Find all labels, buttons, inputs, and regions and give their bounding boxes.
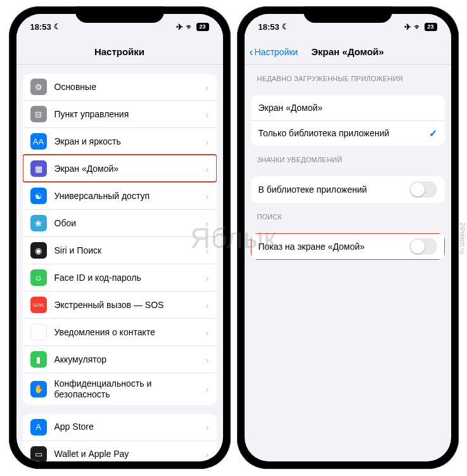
page-title: Настройки xyxy=(94,46,144,57)
wallet-apple-pay-icon: ▭ xyxy=(30,446,47,461)
settings-row-home-screen[interactable]: ▦Экран «Домой»› xyxy=(23,155,217,182)
row-app-library-only[interactable]: Только библиотека приложений✓ xyxy=(251,120,445,146)
settings-row-faceid-passcode[interactable]: ☺Face ID и код-пароль› xyxy=(23,264,217,291)
navbar-settings: Настройки xyxy=(16,39,223,65)
row-label: Аккумулятор xyxy=(54,354,206,365)
toggle-knob xyxy=(411,183,425,196)
row-label: Только библиотека приложений xyxy=(259,128,429,139)
wifi-icon: ᯤ xyxy=(414,22,422,32)
row-add-to-home-screen[interactable]: Экран «Домой» xyxy=(251,95,445,120)
wifi-icon: ᯤ xyxy=(186,22,194,32)
settings-row-siri-search[interactable]: ◉Siri и Поиск› xyxy=(23,236,217,264)
chevron-left-icon: ‹ xyxy=(250,46,253,58)
home-screen-settings[interactable]: НЕДАВНО ЗАГРУЖЕННЫЕ ПРИЛОЖЕНИЯЭкран «Дом… xyxy=(245,65,451,461)
chevron-right-icon: › xyxy=(206,109,209,120)
battery-icon: ▮ xyxy=(30,351,47,368)
row-show-in-app-library[interactable]: В библиотеке приложений xyxy=(251,176,445,203)
chevron-right-icon: › xyxy=(206,82,209,93)
row-label: Конфиденциальность и безопасность xyxy=(54,378,206,400)
phone-right: 18:53 ☾ ✈ ᯤ 23 ‹ Настройки Экран «Домой»… xyxy=(237,6,459,469)
row-label: Экран «Домой» xyxy=(259,103,437,113)
row-label: App Store xyxy=(54,421,206,432)
siri-search-icon: ◉ xyxy=(30,242,47,259)
screen-right: 18:53 ☾ ✈ ᯤ 23 ‹ Настройки Экран «Домой»… xyxy=(245,14,451,461)
emergency-sos-icon: SOS xyxy=(30,297,47,313)
row-label: Универсальный доступ xyxy=(54,191,206,202)
faceid-passcode-icon: ☺ xyxy=(30,269,47,286)
display-brightness-icon: AA xyxy=(30,133,47,150)
row-label: В библиотеке приложений xyxy=(259,184,409,195)
back-button[interactable]: ‹ Настройки xyxy=(250,46,298,58)
airplane-icon: ✈ xyxy=(176,22,183,32)
section-header: ПОИСК xyxy=(245,203,451,224)
chevron-right-icon: › xyxy=(206,218,209,229)
row-label: Face ID и код-пароль xyxy=(54,273,206,283)
settings-row-emergency-sos[interactable]: SOSЭкстренный вызов — SOS› xyxy=(23,291,217,318)
chevron-right-icon: › xyxy=(206,300,209,311)
privacy-security-icon: ✋ xyxy=(30,381,47,397)
chevron-right-icon: › xyxy=(206,421,209,432)
moon-icon: ☾ xyxy=(54,22,61,31)
home-screen-icon: ▦ xyxy=(30,160,47,177)
chevron-right-icon: › xyxy=(206,383,209,394)
row-label: Пункт управления xyxy=(54,109,206,120)
settings-row-battery[interactable]: ▮Аккумулятор› xyxy=(23,345,217,373)
settings-row-accessibility[interactable]: ☯Универсальный доступ› xyxy=(23,182,217,209)
notch xyxy=(75,6,164,23)
battery-icon: 23 xyxy=(425,23,437,31)
settings-row-display-brightness[interactable]: AAЭкран и яркость› xyxy=(23,127,217,155)
status-time: 18:53 xyxy=(30,22,51,32)
navbar-home-screen: ‹ Настройки Экран «Домой» xyxy=(245,39,451,65)
row-label: Экстренный вызов — SOS xyxy=(54,300,206,311)
chevron-right-icon: › xyxy=(206,164,209,174)
settings-list[interactable]: ⚙Основные›⊟Пункт управления›AAЭкран и яр… xyxy=(16,65,223,461)
section-header: НЕДАВНО ЗАГРУЖЕННЫЕ ПРИЛОЖЕНИЯ xyxy=(245,65,451,86)
chevron-right-icon: › xyxy=(206,191,209,202)
settings-row-app-store[interactable]: AApp Store› xyxy=(23,414,217,441)
chevron-right-icon: › xyxy=(206,327,209,338)
status-time: 18:53 xyxy=(259,22,279,32)
moon-icon: ☾ xyxy=(282,22,289,31)
section-header: ЗНАЧКИ УВЕДОМЛЕНИЙ xyxy=(245,146,451,167)
chevron-right-icon: › xyxy=(206,449,209,460)
settings-row-control-center[interactable]: ⊟Пункт управления› xyxy=(23,100,217,127)
check-icon: ✓ xyxy=(429,127,437,139)
chevron-right-icon: › xyxy=(206,136,209,147)
settings-row-privacy-security[interactable]: ✋Конфиденциальность и безопасность› xyxy=(23,373,217,405)
page-title: Экран «Домой» xyxy=(311,46,384,57)
row-show-on-home-screen[interactable]: Показ на экране «Домой» xyxy=(251,233,445,260)
row-label: Обои xyxy=(54,218,206,229)
sidemark: 24hitech.ru xyxy=(459,222,466,254)
phone-left: 18:53 ☾ ✈ ᯤ 23 Настройки ⚙Основные›⊟Пунк… xyxy=(9,6,231,469)
battery-icon: 23 xyxy=(196,23,209,31)
airplane-icon: ✈ xyxy=(404,22,411,32)
chevron-right-icon: › xyxy=(206,354,209,365)
row-label: Siri и Поиск xyxy=(54,245,206,256)
chevron-right-icon: › xyxy=(206,245,209,256)
general-icon: ⚙ xyxy=(30,79,47,95)
settings-row-exposure-notifications[interactable]: ✺Уведомления о контакте› xyxy=(23,318,217,345)
toggle-switch[interactable] xyxy=(409,238,437,255)
screen-left: 18:53 ☾ ✈ ᯤ 23 Настройки ⚙Основные›⊟Пунк… xyxy=(16,14,223,461)
toggle-knob xyxy=(411,240,425,254)
chevron-right-icon: › xyxy=(206,273,209,283)
settings-row-wallet-apple-pay[interactable]: ▭Wallet и Apple Pay› xyxy=(23,441,217,461)
settings-row-wallpaper[interactable]: ❀Обои› xyxy=(23,209,217,236)
app-store-icon: A xyxy=(30,419,47,435)
row-label: Экран «Домой» xyxy=(54,164,206,174)
control-center-icon: ⊟ xyxy=(30,106,47,122)
notch xyxy=(304,6,392,23)
back-label: Настройки xyxy=(255,47,298,57)
exposure-notifications-icon: ✺ xyxy=(30,324,47,340)
toggle-switch[interactable] xyxy=(409,181,437,198)
row-label: Показ на экране «Домой» xyxy=(259,241,409,252)
row-label: Основные xyxy=(54,82,206,93)
row-label: Уведомления о контакте xyxy=(54,327,206,338)
wallpaper-icon: ❀ xyxy=(30,215,47,231)
row-label: Wallet и Apple Pay xyxy=(54,449,206,460)
row-label: Экран и яркость xyxy=(54,136,206,147)
accessibility-icon: ☯ xyxy=(30,188,47,204)
settings-row-general[interactable]: ⚙Основные› xyxy=(23,74,217,100)
